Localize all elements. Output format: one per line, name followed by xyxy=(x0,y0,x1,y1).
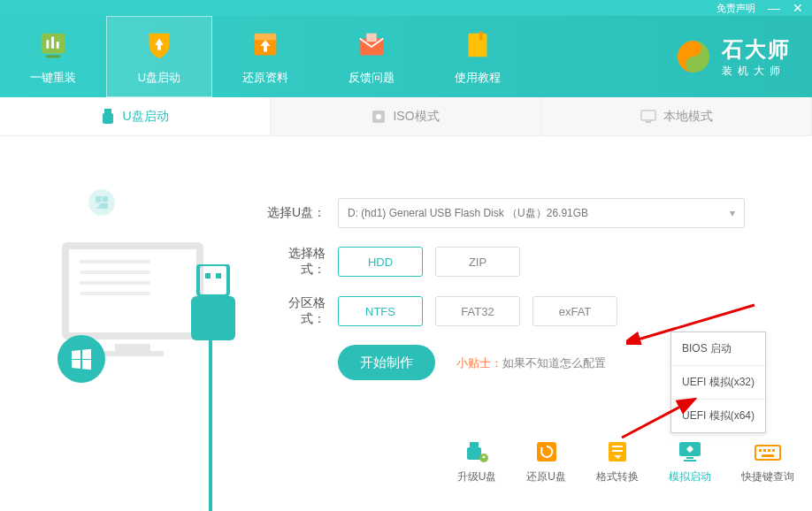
chevron-down-icon: ▾ xyxy=(730,207,735,219)
tip-text: 如果不知道怎么配置 xyxy=(502,356,606,370)
svg-rect-28 xyxy=(612,450,623,452)
simulate-menu: BIOS 启动 UEFI 模拟(x32) UEFI 模拟(x64) xyxy=(670,332,766,433)
tool-simulate[interactable]: 模拟启动 xyxy=(669,439,711,484)
brand-logo: 石大师 装机大师 xyxy=(674,35,812,79)
nav-label: 一键重装 xyxy=(30,70,76,86)
svg-rect-8 xyxy=(366,34,376,42)
svg-point-15 xyxy=(376,114,381,119)
close-button[interactable]: ✕ xyxy=(793,2,803,14)
upload-box-icon xyxy=(248,27,283,63)
logo-icon xyxy=(674,37,713,76)
tool-upgrade[interactable]: 升级U盘 xyxy=(457,439,497,484)
partition-label: 分区格式： xyxy=(265,295,326,327)
partition-fat32[interactable]: FAT32 xyxy=(435,296,520,326)
nav-usb-boot[interactable]: U盘启动 xyxy=(106,16,212,97)
svg-rect-23 xyxy=(467,447,481,460)
svg-rect-3 xyxy=(57,42,59,49)
svg-rect-10 xyxy=(479,32,483,41)
iso-icon xyxy=(372,110,386,124)
svg-rect-21 xyxy=(191,296,235,340)
keyboard-icon xyxy=(754,439,782,464)
monitor-icon xyxy=(640,110,656,124)
nav-reinstall[interactable]: 一键重装 xyxy=(0,16,106,97)
nav-label: 反馈问题 xyxy=(349,70,395,86)
svg-rect-12 xyxy=(104,109,111,113)
bottom-toolbar: 升级U盘 还原U盘 格式转换 模拟启动 快捷键查询 xyxy=(457,439,794,484)
mail-icon xyxy=(354,27,389,63)
nav-label: U盘启动 xyxy=(138,70,180,86)
tool-convert[interactable]: 格式转换 xyxy=(596,439,639,484)
tool-label: 还原U盘 xyxy=(526,469,566,484)
svg-rect-4 xyxy=(46,55,59,57)
usb-plug-icon xyxy=(186,264,239,353)
svg-rect-6 xyxy=(255,34,277,41)
tip-label: 小贴士： xyxy=(456,356,502,370)
svg-rect-1 xyxy=(46,40,49,49)
svg-rect-36 xyxy=(768,449,770,452)
tab-iso[interactable]: ISO模式 xyxy=(271,97,541,135)
svg-rect-9 xyxy=(469,34,487,57)
restore-icon xyxy=(532,439,561,464)
usb-up-icon xyxy=(463,439,491,464)
shield-usb-icon xyxy=(142,27,177,63)
minimize-button[interactable]: — xyxy=(768,2,780,14)
tab-local[interactable]: 本地模式 xyxy=(541,97,812,135)
book-icon xyxy=(460,27,495,63)
tab-label: ISO模式 xyxy=(393,109,439,125)
mode-tabs: U盘启动 ISO模式 本地模式 xyxy=(0,97,812,136)
svg-rect-16 xyxy=(641,111,655,120)
svg-rect-22 xyxy=(470,442,479,447)
simulate-icon xyxy=(676,439,704,464)
tool-label: 模拟启动 xyxy=(669,469,711,484)
header-nav: 一键重装 U盘启动 还原资料 反馈问题 使用教程 石大师 装机大师 xyxy=(0,16,812,97)
svg-rect-19 xyxy=(205,273,211,278)
svg-rect-31 xyxy=(684,460,696,461)
svg-rect-27 xyxy=(612,446,623,447)
partition-exfat[interactable]: exFAT xyxy=(532,296,617,326)
format-zip[interactable]: ZIP xyxy=(435,247,520,277)
illustration xyxy=(27,180,239,428)
svg-rect-20 xyxy=(216,273,221,278)
udisk-select[interactable]: D: (hd1) General USB Flash Disk （U盘）26.9… xyxy=(338,198,745,228)
svg-rect-38 xyxy=(762,454,774,457)
tool-label: 升级U盘 xyxy=(457,469,497,484)
udisk-value: D: (hd1) General USB Flash Disk （U盘）26.9… xyxy=(348,206,588,221)
svg-rect-35 xyxy=(763,449,766,452)
disclaimer-link[interactable]: 免责声明 xyxy=(716,2,755,15)
nav-label: 使用教程 xyxy=(455,70,501,86)
convert-icon xyxy=(603,439,632,464)
tab-usb-boot[interactable]: U盘启动 xyxy=(0,97,271,135)
start-button[interactable]: 开始制作 xyxy=(338,345,435,380)
format-hdd[interactable]: HDD xyxy=(338,247,423,277)
udisk-label: 选择U盘： xyxy=(265,205,326,221)
menu-bios[interactable]: BIOS 启动 xyxy=(671,332,765,366)
nav-tutorial[interactable]: 使用教程 xyxy=(425,16,531,97)
nav-restore[interactable]: 还原资料 xyxy=(212,16,318,97)
svg-rect-30 xyxy=(686,457,693,459)
svg-rect-2 xyxy=(51,37,54,49)
tool-label: 格式转换 xyxy=(596,469,639,484)
svg-rect-18 xyxy=(198,264,228,296)
svg-rect-33 xyxy=(755,446,780,460)
windows-badge-icon xyxy=(57,335,105,383)
nav-label: 还原资料 xyxy=(242,70,288,86)
chart-icon xyxy=(35,27,71,63)
nav-feedback[interactable]: 反馈问题 xyxy=(318,16,425,97)
brand-name: 石大师 xyxy=(722,35,791,64)
svg-rect-25 xyxy=(537,442,556,461)
tool-hotkeys[interactable]: 快捷键查询 xyxy=(741,439,794,484)
tool-label: 快捷键查询 xyxy=(741,469,794,484)
usb-icon xyxy=(101,109,115,125)
svg-rect-34 xyxy=(759,449,762,452)
svg-rect-37 xyxy=(772,449,775,452)
brand-sub: 装机大师 xyxy=(722,64,791,79)
menu-uefi-x32[interactable]: UEFI 模拟(x32) xyxy=(671,366,765,400)
tab-label: 本地模式 xyxy=(663,109,713,125)
svg-rect-13 xyxy=(103,113,113,124)
menu-uefi-x64[interactable]: UEFI 模拟(x64) xyxy=(671,400,765,432)
svg-rect-17 xyxy=(646,121,651,123)
format-label: 选择格式： xyxy=(265,246,326,278)
partition-ntfs[interactable]: NTFS xyxy=(338,296,423,326)
tab-label: U盘启动 xyxy=(122,109,168,125)
tool-restore[interactable]: 还原U盘 xyxy=(526,439,566,484)
